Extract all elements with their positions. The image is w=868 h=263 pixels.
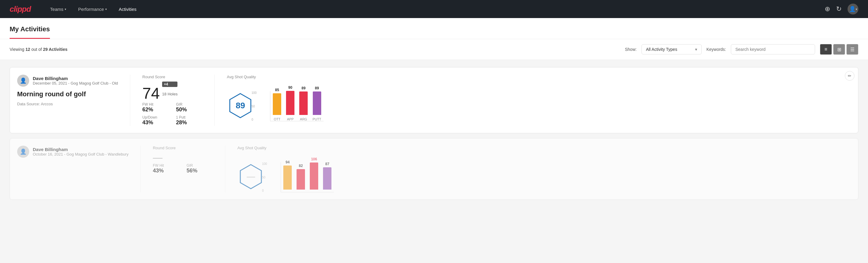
bar-ott: 85 OTT (273, 88, 281, 121)
chevron-down-icon: ▾ (105, 7, 107, 11)
chart-y-labels: 100 50 0 (251, 91, 256, 121)
gir-stat: GIR 50% (176, 102, 203, 113)
bars-container: 85 OTT 90 APP (270, 91, 323, 121)
stat-grid: FW Hit 62% GIR 50% Up/Down 43% 1 Putt 28… (142, 102, 203, 126)
shot-quality-hexagon: 89 (227, 92, 254, 119)
bar-fill (286, 91, 294, 115)
navbar: clippd Teams ▾ Performance ▾ Activities … (0, 0, 868, 18)
card-divider (225, 146, 225, 192)
nav-activities[interactable]: Activities (114, 4, 142, 14)
bar-fill (297, 169, 305, 189)
refresh-icon[interactable]: ↻ (836, 5, 841, 13)
add-circle-icon[interactable]: ⊕ (825, 5, 830, 13)
user-date: December 05, 2021 - Gog Magog Golf Club … (33, 81, 118, 85)
activity-title: Morning round of golf (17, 90, 118, 98)
viewing-text: Viewing 12 out of 29 Activities (10, 47, 620, 52)
user-icon: 👤 (20, 77, 27, 84)
list-dense-view-button[interactable]: ≡ (820, 44, 832, 55)
nav-right: ⊕ ↻ 👤 ▾ (825, 4, 858, 14)
bar-2: 82 (297, 164, 305, 192)
round-score-row: — (153, 152, 213, 162)
gir-stat: GIR 56% (186, 164, 213, 174)
bar-chart: 100 50 0 85 OTT (261, 90, 323, 121)
quality-section: Avg Shot Quality 89 100 (227, 75, 335, 126)
nav-links: Teams ▾ Performance ▾ Activities (45, 4, 825, 14)
bars-container: 94 82 106 (281, 162, 334, 192)
edit-button[interactable]: ✏ (845, 71, 855, 81)
score-value: 74 (142, 85, 160, 101)
round-score-label: Round Score (142, 75, 203, 79)
nav-teams[interactable]: Teams ▾ (45, 4, 71, 14)
bar-putt: 89 PUTT (312, 86, 321, 121)
bar-fill (273, 93, 281, 115)
activity-card: ✏ 👤 Dave Billingham December 05, 2021 - … (10, 67, 858, 133)
chevron-down-icon: ▾ (65, 7, 66, 11)
user-icon: 👤 (849, 6, 856, 12)
card-divider (141, 146, 141, 192)
hex-score: — (247, 172, 255, 181)
round-score-row: 74 +4 18 Holes (142, 82, 203, 101)
avg-quality-label: Avg Shot Quality (227, 75, 256, 79)
bar-1: 94 (283, 160, 292, 192)
list-wide-view-button[interactable]: ☰ (846, 44, 858, 55)
score-holes: 18 Holes (162, 92, 178, 96)
bar-4: 87 (323, 162, 332, 192)
card-left: 👤 Dave Billingham December 05, 2021 - Go… (17, 75, 118, 126)
score-value: — (153, 152, 162, 162)
one-putt-stat: 1 Putt 28% (176, 115, 203, 126)
bar-chart: 100 50 0 94 82 (272, 161, 334, 192)
keywords-label: Keywords: (707, 47, 726, 52)
user-row: 👤 Dave Billingham October 16, 2021 - Gog… (17, 146, 128, 158)
search-input[interactable] (731, 44, 815, 55)
user-name: Dave Billingham (33, 147, 128, 152)
card-divider (214, 75, 215, 126)
avg-quality-label: Avg Shot Quality (237, 146, 267, 150)
chart-y-labels: 100 50 0 (262, 162, 267, 192)
filter-bar: Viewing 12 out of 29 Activities Show: Al… (0, 39, 868, 60)
avatar: 👤 (17, 75, 29, 87)
bar-arg: 89 ARG (299, 86, 308, 121)
activities-content: ✏ 👤 Dave Billingham December 05, 2021 - … (0, 65, 868, 214)
bar-fill (310, 163, 318, 189)
avatar: 👤 (17, 146, 29, 158)
hex-score: 89 (236, 101, 245, 111)
updown-stat: Up/Down 43% (142, 115, 169, 126)
quality-section: Avg Shot Quality — 100 50 (237, 146, 346, 192)
bar-fill (299, 91, 308, 115)
shot-quality-hexagon: — (237, 163, 265, 190)
page-title: My Activities (10, 18, 50, 39)
chevron-down-icon: ▾ (695, 47, 697, 52)
stats-section: Round Score — FW Hit 43% GIR 56% (153, 146, 213, 192)
page-header: My Activities (0, 18, 868, 39)
activity-card: 👤 Dave Billingham October 16, 2021 - Gog… (10, 138, 858, 200)
round-score-label: Round Score (153, 146, 213, 150)
fw-hit-stat: FW Hit 62% (142, 102, 169, 113)
user-avatar-button[interactable]: 👤 ▾ (847, 4, 858, 14)
user-icon: 👤 (20, 148, 27, 155)
bar-app: 90 APP (286, 85, 294, 121)
bar-fill (283, 166, 292, 189)
grid-view-button[interactable]: ⊞ (833, 44, 845, 55)
card-left: 👤 Dave Billingham October 16, 2021 - Gog… (17, 146, 128, 192)
user-date: October 16, 2021 - Gog Magog Golf Club -… (33, 152, 128, 156)
score-badge: +4 (162, 82, 178, 87)
bar-3: 106 (310, 157, 318, 192)
show-label: Show: (625, 47, 637, 52)
view-toggle: ≡ ⊞ ☰ (820, 44, 858, 55)
activity-types-dropdown[interactable]: All Activity Types ▾ (642, 44, 702, 55)
bar-fill (313, 91, 321, 115)
logo[interactable]: clippd (10, 4, 31, 14)
bar-fill (323, 167, 332, 189)
chevron-down-icon: ▾ (856, 7, 857, 11)
stats-section: Round Score 74 +4 18 Holes FW Hit 62% GI… (142, 75, 203, 126)
fw-hit-stat: FW Hit 43% (153, 164, 179, 174)
data-source: Data Source: Arccos (17, 102, 118, 106)
nav-performance[interactable]: Performance ▾ (73, 4, 112, 14)
stat-grid: FW Hit 43% GIR 56% (153, 164, 213, 174)
user-name: Dave Billingham (33, 76, 118, 81)
user-row: 👤 Dave Billingham December 05, 2021 - Go… (17, 75, 118, 87)
